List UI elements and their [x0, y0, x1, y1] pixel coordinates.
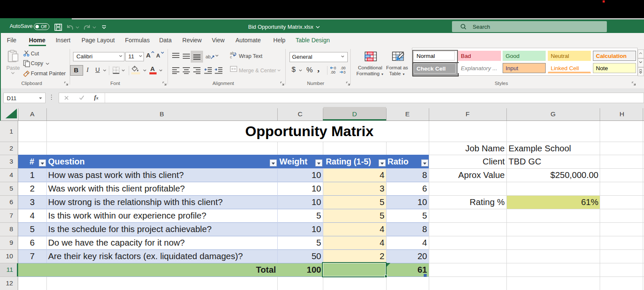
svg-text:0: 0: [334, 66, 336, 70]
svg-text:0: 0: [344, 70, 346, 74]
svg-text:.00: .00: [330, 70, 336, 74]
svg-text:c: c: [230, 55, 232, 59]
svg-text:ab: ab: [206, 54, 211, 59]
svg-text:.00: .00: [341, 66, 346, 70]
